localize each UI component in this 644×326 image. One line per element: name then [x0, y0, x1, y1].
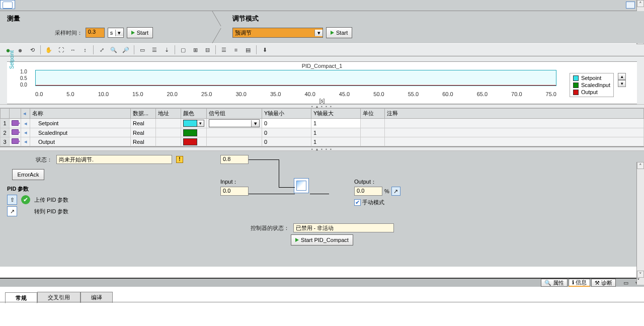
goto-pid-label[interactable]: 转到 PID 参数	[34, 208, 68, 215]
chart-type2-icon[interactable]: ☰	[149, 45, 159, 55]
output-label: Output：	[354, 178, 400, 186]
measure-start-button[interactable]: Start	[127, 27, 153, 38]
pid-diagram: 0.8 Input： 0.0 Output： 0.0 % ↗ ✔ 手动模式	[220, 155, 422, 206]
table-row[interactable]: 2◂ ScaledInputReal 01	[1, 128, 644, 137]
scroll-up-icon[interactable]: ˄	[637, 162, 644, 169]
scroll-down-icon[interactable]: ˅	[636, 278, 644, 285]
zoom-x-icon[interactable]: ↔	[68, 45, 78, 55]
grid-header: ◂ 名称数据...地址颜色信号组Y轴最小Y轴最大单位注释	[1, 109, 644, 119]
sample-time-input[interactable]: 0.3	[86, 28, 105, 38]
tab-properties[interactable]: 🔍属性	[541, 279, 568, 287]
x-axis-unit: [s]	[7, 98, 637, 104]
sample-unit-select[interactable]: s▾	[108, 28, 124, 38]
window-icon	[0, 0, 15, 9]
chevron-down-icon[interactable]: ▾	[251, 120, 259, 127]
tab-info[interactable]: ℹ信息	[569, 279, 590, 287]
color-swatch[interactable]	[183, 138, 197, 145]
scroll-up-icon[interactable]: ˄	[637, 0, 644, 7]
tag-icon	[12, 120, 19, 126]
zoom-fit-icon[interactable]: ⤢	[97, 45, 107, 55]
tuning-mode-select[interactable]: 预调节▾	[232, 28, 323, 38]
manual-label: 手动模式	[362, 199, 384, 205]
sample-time-label: 采样时间：	[55, 29, 83, 37]
output-field[interactable]: 0.0	[354, 187, 382, 196]
ok-icon: ✔	[21, 195, 30, 204]
remove-icon[interactable]: ●	[15, 45, 25, 55]
chart-opt1-icon[interactable]: ▢	[178, 45, 188, 55]
chart-area: PID_Compact_1 Setpoint 1.0 0.5 0.0 0.05.…	[0, 56, 644, 104]
warning-icon: !	[176, 156, 183, 163]
tab-diagnostics[interactable]: ⚒诊断	[591, 279, 616, 287]
tab-xref[interactable]: 交叉引用	[37, 292, 80, 303]
hand-icon[interactable]: ✋	[44, 45, 54, 55]
scrollbar-right-lower[interactable]: ˄ ˅	[636, 162, 644, 278]
phase1-title: 测量	[7, 14, 198, 23]
zoom-in-icon[interactable]: 🔍	[109, 45, 119, 55]
list2-icon[interactable]: ≡	[231, 45, 241, 55]
setpoint-field[interactable]: 0.8	[220, 155, 249, 164]
chevron-down-icon[interactable]: ▾	[115, 30, 123, 36]
chevron-down-icon[interactable]: ▾	[197, 120, 204, 127]
window-toggle-icon[interactable]	[626, 2, 635, 9]
splitter[interactable]: ▪ ▴ ▪ ▪ ▪	[0, 104, 644, 108]
phase-separator	[205, 11, 225, 43]
zoom-area-icon[interactable]: ⛶	[56, 45, 66, 55]
tab-compile[interactable]: 编译	[80, 292, 113, 303]
pid-block-icon	[294, 178, 309, 193]
eye-icon: ◂	[24, 120, 27, 126]
status-label: 状态：	[7, 156, 52, 164]
play-icon	[131, 31, 135, 35]
spin-up-icon: ▴	[618, 73, 626, 80]
errorack-button[interactable]: ErrorAck	[12, 169, 44, 180]
chart-type1-icon[interactable]: ▭	[137, 45, 147, 55]
eye-icon: ◂	[23, 110, 26, 116]
phase2-title: 调节模式	[232, 14, 637, 23]
chevron-down-icon[interactable]: ▾	[314, 30, 323, 36]
controller-status-row: 控制器的状态： 已禁用 - 非活动 Start PID_Compact	[0, 221, 644, 248]
y-axis-label: Setpoint	[9, 50, 15, 69]
y-tick: 0.0	[20, 82, 27, 88]
link-icon[interactable]: ⟲	[27, 45, 37, 55]
input-field[interactable]: 0.0	[220, 187, 249, 196]
color-swatch[interactable]	[183, 120, 197, 127]
input-label: Input：	[220, 178, 249, 186]
play-icon	[295, 238, 299, 242]
scroll-down-icon[interactable]: ˅	[637, 271, 644, 278]
bottom-tabs: 常规 交叉引用 编译	[0, 292, 644, 303]
upload-pid-label[interactable]: 上传 PID 参数	[34, 196, 68, 204]
zoom-out-icon[interactable]: 🔎	[121, 45, 131, 55]
export-icon[interactable]: ⇣	[162, 45, 172, 55]
list3-icon[interactable]: ▤	[243, 45, 253, 55]
chart-spinner[interactable]: ▴▾	[618, 73, 626, 87]
download-icon[interactable]: ⬇	[260, 45, 270, 55]
manual-checkbox[interactable]: ✔	[354, 199, 361, 206]
start-pid-button[interactable]: Start PID_Compact	[291, 234, 353, 246]
collapse-icon[interactable]: ▭	[621, 278, 631, 288]
chart-title: PID_Compact_1	[7, 62, 637, 70]
inspector-tabs: 🔍属性 ℹ信息 ⚒诊断 ▭ ▾	[0, 278, 644, 287]
table-row[interactable]: 1◂ SetpointReal ▾ ▾ 01	[1, 119, 644, 128]
chart-opt3-icon[interactable]: ⊟	[202, 45, 212, 55]
controller-status-field: 已禁用 - 非活动	[293, 223, 394, 232]
status-field: 尚未开始调节.	[56, 155, 172, 164]
lower-panel: 状态： 尚未开始调节. ! ErrorAck PID 参数 ⇧ ✔ 上传 PID…	[0, 151, 644, 267]
plot-canvas[interactable]	[35, 70, 556, 86]
upload-pid-icon[interactable]: ⇧	[7, 195, 17, 205]
legend-swatch	[573, 90, 579, 95]
color-swatch[interactable]	[183, 129, 197, 136]
play-icon	[331, 31, 334, 35]
x-ticks: 0.05.010.015.020.025.030.035.040.045.050…	[35, 91, 556, 97]
legend-swatch	[573, 75, 579, 81]
goto-pid-icon[interactable]: ↗	[7, 206, 17, 216]
output-mode-icon[interactable]: ↗	[391, 187, 400, 196]
tuning-start-button[interactable]: Start	[326, 27, 352, 38]
y-tick: 0.5	[20, 75, 27, 81]
controller-status-label: 控制器的状态：	[251, 224, 289, 232]
splitter[interactable]: ▪ ▴ ▪ ▪ ▪	[0, 147, 644, 151]
chart-opt2-icon[interactable]: ⊞	[190, 45, 200, 55]
table-row[interactable]: 3◂ OutputReal 01	[1, 137, 644, 146]
phase-bar: 测量 采样时间： 0.3 s▾ Start 调节模式 预调节▾ Start	[0, 11, 644, 43]
list1-icon[interactable]: ☰	[219, 45, 229, 55]
spin-down-icon: ▾	[618, 80, 626, 87]
zoom-y-icon[interactable]: ↕	[80, 45, 90, 55]
